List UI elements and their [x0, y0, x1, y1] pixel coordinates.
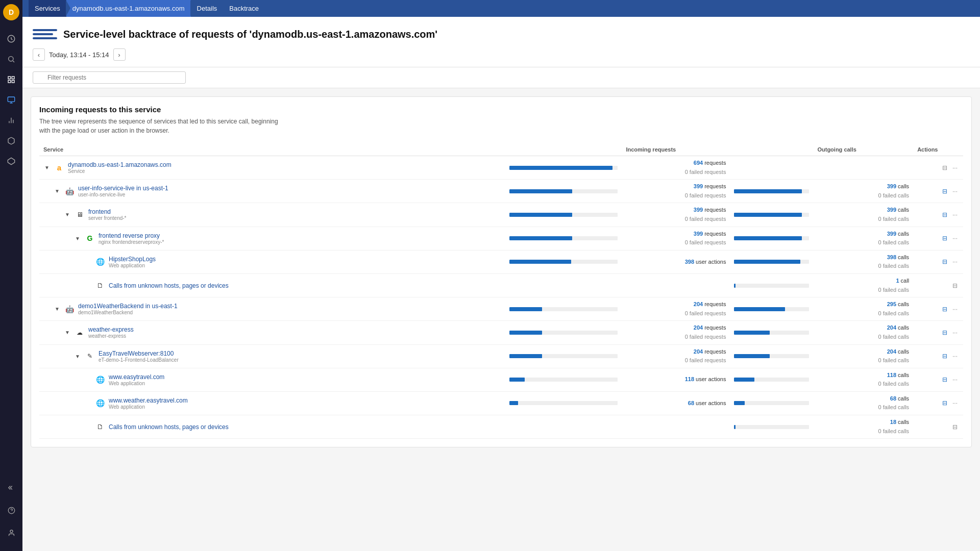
- filter-action-button-disabled[interactable]: ⊟: [941, 163, 949, 172]
- expand-chevron[interactable]: ▼: [43, 164, 51, 171]
- filter-action-button[interactable]: ⊟: [941, 398, 949, 408]
- bar-bg: [509, 378, 618, 382]
- service-name[interactable]: EasyTravelWebserver:8100: [99, 350, 179, 357]
- actions-cell-0: ⊟···: [913, 156, 963, 180]
- sidebar-search-icon[interactable]: [3, 51, 19, 67]
- incoming-bar-cell-10: [505, 391, 622, 415]
- svg-point-1: [9, 57, 13, 61]
- breadcrumb-services[interactable]: Services: [29, 0, 66, 17]
- sidebar-hex-icon[interactable]: [3, 153, 19, 169]
- req-label: requests: [704, 183, 726, 189]
- expand-chevron[interactable]: ▼: [74, 353, 81, 360]
- filter-action-button[interactable]: ⊟: [941, 187, 949, 196]
- breadcrumb-details[interactable]: Details: [191, 0, 224, 17]
- sidebar-package-icon[interactable]: [3, 133, 19, 149]
- service-name[interactable]: demo1WeatherBackend in us-east-1: [78, 303, 178, 310]
- out-bar-container: [734, 329, 809, 337]
- service-name[interactable]: www.weather.easytravel.com: [109, 397, 188, 404]
- incoming-count-cell-6: 204 requests0 failed requests: [622, 297, 730, 321]
- service-sub-label: Web application: [109, 404, 188, 410]
- service-name[interactable]: HipsterShopLogs: [109, 256, 156, 263]
- more-action-button[interactable]: ···: [951, 398, 959, 408]
- sidebar-monitor-icon[interactable]: [3, 92, 19, 108]
- sidebar-user-icon[interactable]: [3, 524, 19, 541]
- expand-chevron[interactable]: ▼: [74, 235, 81, 242]
- outgoing-bar-cell-1: [730, 180, 813, 203]
- service-name[interactable]: user-info-service-live in us-east-1: [78, 185, 168, 192]
- req-label: user actions: [696, 259, 726, 265]
- filter-action-button[interactable]: ⊟: [941, 328, 949, 337]
- outgoing-bar-cell-11: [730, 415, 813, 439]
- service-name-group: frontend server frontend-*: [88, 208, 126, 221]
- sidebar-help-icon[interactable]: [3, 502, 19, 518]
- time-next-button[interactable]: ›: [113, 48, 126, 61]
- table-row: 🌐 www.weather.easytravel.com Web applica…: [39, 391, 963, 415]
- actions-btns: ⊟···: [917, 305, 959, 314]
- table-row: ▼ 🤖 user-info-service-live in us-east-1 …: [39, 180, 963, 203]
- bar-container: [509, 375, 618, 384]
- filter-action-button-disabled[interactable]: ⊟: [951, 281, 959, 290]
- sidebar-chart-icon[interactable]: [3, 112, 19, 129]
- actions-btns: ⊟: [917, 281, 959, 290]
- filter-input[interactable]: [33, 71, 186, 84]
- service-name[interactable]: www.easytravel.com: [109, 373, 164, 381]
- more-action-button[interactable]: ···: [951, 257, 959, 266]
- out-bar-container: [734, 211, 809, 219]
- more-action-button[interactable]: ···: [951, 305, 959, 314]
- sidebar-home-icon[interactable]: [3, 31, 19, 47]
- out-bar-fill: [734, 378, 754, 382]
- out-label: calls: [898, 372, 909, 378]
- service-name[interactable]: Calls from unknown hosts, pages or devic…: [109, 282, 229, 289]
- expand-chevron[interactable]: ▼: [64, 329, 71, 336]
- expand-chevron[interactable]: ▼: [54, 188, 61, 195]
- filter-action-button[interactable]: ⊟: [941, 234, 949, 243]
- breadcrumb-dynamodb[interactable]: dynamodb.us-east-1.amazonaws.com: [66, 0, 191, 17]
- breadcrumb-backtrace[interactable]: Backtrace: [223, 0, 265, 17]
- more-action-button[interactable]: ···: [951, 163, 959, 172]
- service-name[interactable]: dynamodb.us-east-1.amazonaws.com: [68, 161, 172, 168]
- service-name[interactable]: Calls from unknown hosts, pages or devic…: [109, 423, 229, 431]
- req-label: requests: [704, 324, 726, 331]
- page-header: Service-level backtrace of requests of '…: [22, 17, 980, 67]
- more-action-button[interactable]: ···: [951, 210, 959, 219]
- outgoing-bar-cell-4: [730, 250, 813, 273]
- req-count: 399 requests0 failed requests: [626, 230, 726, 247]
- time-prev-button[interactable]: ‹: [33, 48, 45, 61]
- service-name[interactable]: weather-express: [88, 326, 134, 333]
- filter-action-button[interactable]: ⊟: [941, 375, 949, 384]
- out-main: 399: [887, 183, 896, 189]
- more-action-button[interactable]: ···: [951, 328, 959, 337]
- th-outgoing: Outgoing calls: [813, 143, 913, 156]
- filter-action-button[interactable]: ⊟: [941, 305, 949, 314]
- out-bar-fill: [734, 307, 785, 311]
- service-cell-10: 🌐 www.weather.easytravel.com Web applica…: [39, 391, 505, 415]
- out-count: 68 calls 0 failed calls: [817, 394, 909, 412]
- req-count: 118 user actions: [626, 375, 726, 384]
- table-row: ▼ 🖥 frontend server frontend-* 399 reque…: [39, 203, 963, 227]
- filter-wrapper: ⊟: [33, 71, 186, 84]
- outgoing-count-cell-10: 68 calls 0 failed calls: [813, 391, 913, 415]
- service-name[interactable]: frontend: [88, 208, 126, 215]
- filter-action-button[interactable]: ⊟: [941, 210, 949, 219]
- file-icon: 🗋: [94, 280, 106, 291]
- outgoing-count-cell-1: 399 calls 0 failed calls: [813, 180, 913, 203]
- out-main: 18: [890, 419, 896, 425]
- filter-action-button[interactable]: ⊟: [941, 352, 949, 361]
- more-action-button[interactable]: ···: [951, 375, 959, 384]
- service-name[interactable]: frontend reverse proxy: [99, 232, 164, 239]
- more-action-button[interactable]: ···: [951, 187, 959, 196]
- out-bar-fill: [734, 331, 769, 335]
- out-main: 68: [890, 395, 896, 402]
- expand-chevron[interactable]: ▼: [54, 306, 61, 313]
- sidebar-apps-icon[interactable]: [3, 71, 19, 88]
- sidebar-expand-icon[interactable]: [3, 480, 19, 496]
- more-action-button[interactable]: ···: [951, 234, 959, 243]
- expand-chevron[interactable]: ▼: [64, 211, 71, 218]
- incoming-bar-cell-3: [505, 227, 622, 250]
- bar-container: [509, 329, 618, 337]
- incoming-count-cell-10: 68 user actions: [622, 391, 730, 415]
- service-name-group: weather-express weather-express: [88, 326, 134, 339]
- filter-action-button[interactable]: ⊟: [941, 257, 949, 266]
- more-action-button[interactable]: ···: [951, 352, 959, 361]
- filter-action-button-disabled[interactable]: ⊟: [951, 422, 959, 432]
